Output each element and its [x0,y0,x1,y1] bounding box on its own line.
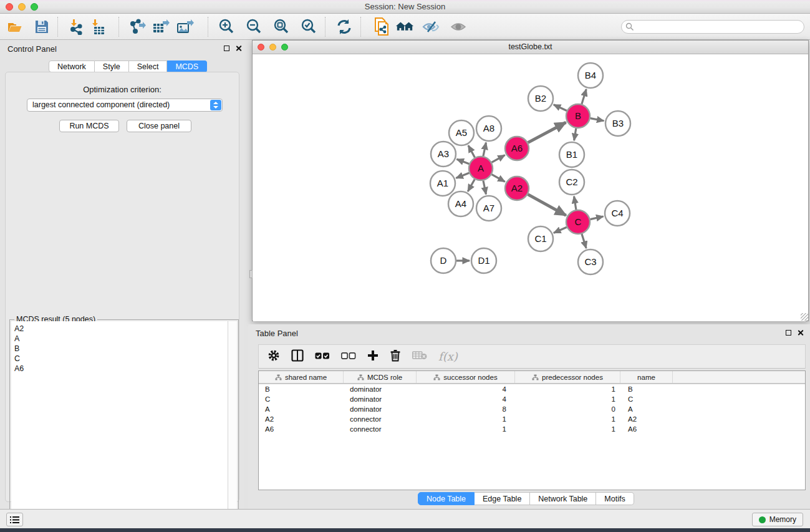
graph-edge-C-C4[interactable] [591,216,604,220]
graph-edge-B-B4[interactable] [582,89,586,104]
table-row[interactable]: Cdominator41C [259,394,805,404]
new-network-from-selection-button[interactable] [373,17,392,36]
graph-edge-A-A8[interactable] [483,143,486,157]
graph-edge-A-A5[interactable] [468,145,475,157]
import-network-button[interactable] [67,17,85,36]
graph-node-A7[interactable]: A7 [476,196,501,221]
close-panel-button[interactable]: Close panel [127,120,191,132]
graph-node-C1[interactable]: C1 [528,226,553,251]
graph-edge-A2-C[interactable] [528,195,566,216]
minimize-network-button[interactable] [269,44,276,51]
export-table-button[interactable] [152,17,170,36]
table-row[interactable]: Adominator80A [259,404,805,414]
result-scrollbar[interactable] [228,321,237,528]
graph-node-A5[interactable]: A5 [449,120,474,145]
graph-edge-A-A4[interactable] [468,179,475,191]
task-history-button[interactable] [6,513,23,526]
mcds-result-item[interactable]: C [14,354,228,364]
zoom-fit-button[interactable] [272,17,291,36]
import-table-button[interactable] [88,17,107,36]
window-resize-grip[interactable] [801,313,808,321]
zoom-selected-button[interactable] [299,17,318,36]
tab-select[interactable]: Select [129,60,168,72]
graph-node-C2[interactable]: C2 [559,170,584,195]
tab-network[interactable]: Network [49,60,95,72]
graph-node-D[interactable]: D [431,248,456,273]
refresh-button[interactable] [335,17,354,36]
maximize-network-button[interactable] [281,44,288,51]
graph-edge-A-A6[interactable] [492,155,505,163]
delete-columns-button[interactable] [390,349,401,364]
graph-node-A1[interactable]: A1 [430,171,455,196]
graph-edge-C-C2[interactable] [574,196,576,210]
graph-node-D1[interactable]: D1 [471,248,496,273]
column-header-shared-name[interactable]: shared name [259,371,344,383]
graph-node-B[interactable]: B [566,104,590,128]
graph-node-A2[interactable]: A2 [505,177,529,200]
graph-node-A8[interactable]: A8 [476,116,501,141]
graph-edge-A-A1[interactable] [456,173,469,178]
graph-edge-B-B1[interactable] [574,128,576,141]
graph-edge-B-B3[interactable] [591,118,604,121]
column-layout-button[interactable] [291,349,304,364]
zoom-window-button[interactable] [31,3,38,11]
graph-node-A6[interactable]: A6 [505,137,529,160]
graph-node-C[interactable]: C [566,210,590,234]
mcds-result-item[interactable]: A6 [14,364,228,374]
zoom-in-button[interactable] [217,17,236,36]
graph-edge-A-A2[interactable] [492,175,505,182]
graph-edge-A6-B[interactable] [528,122,566,142]
close-window-button[interactable] [6,3,13,11]
network-canvas[interactable]: B4B2BB3B1A5A8A6A3AA1A2C2A4A7C4CC1C3DD1 [253,54,806,321]
memory-button[interactable]: Memory [752,513,803,526]
tab-edge-table[interactable]: Edge Table [475,492,530,505]
export-image-button[interactable] [176,17,195,36]
hide-selected-button[interactable] [422,17,440,36]
deselect-all-columns-button[interactable] [341,351,356,362]
graph-node-A[interactable]: A [469,157,493,180]
open-session-button[interactable] [6,17,24,36]
mcds-result-item[interactable]: B [14,344,228,354]
function-builder-button[interactable]: f(x) [438,350,458,363]
show-all-button[interactable] [449,17,468,36]
graph-edge-C-C3[interactable] [582,234,586,248]
network-window-titlebar[interactable]: testGlobe.txt [253,41,808,54]
graph-edge-A-A3[interactable] [456,159,469,164]
save-session-button[interactable] [32,17,51,36]
first-neighbors-button[interactable] [395,17,414,36]
column-header-mcds-role[interactable]: MCDS role [344,371,417,383]
table-row[interactable]: A2connector11A2 [259,414,805,424]
search-input[interactable] [621,20,804,34]
tab-node-table[interactable]: Node Table [418,492,475,505]
tab-motifs[interactable]: Motifs [596,492,634,505]
close-panel-icon[interactable] [235,45,242,52]
graph-node-B1[interactable]: B1 [559,142,584,167]
close-network-button[interactable] [258,44,264,51]
tab-network-table[interactable]: Network Table [530,492,596,505]
run-mcds-button[interactable]: Run MCDS [59,120,119,132]
column-header-successor-nodes[interactable]: successor nodes [417,371,515,383]
delete-table-button[interactable] [412,351,427,362]
window-resize-handle[interactable] [249,270,253,278]
graph-node-A4[interactable]: A4 [448,191,473,216]
table-row[interactable]: A6connector11A6 [259,424,805,434]
mcds-result-item[interactable]: A [14,334,228,344]
graph-edge-C-C1[interactable] [554,227,567,233]
table-row[interactable]: Bdominator41B [259,384,805,394]
graph-node-C3[interactable]: C3 [578,249,603,274]
export-network-button[interactable] [128,17,147,36]
select-all-columns-button[interactable] [315,351,330,362]
graph-node-B2[interactable]: B2 [528,86,553,111]
float-table-panel-icon[interactable] [786,330,791,336]
close-table-panel-icon[interactable] [797,329,804,336]
column-header-predecessor-nodes[interactable]: predecessor nodes [515,371,620,383]
graph-edge-A-A7[interactable] [483,181,486,195]
tab-mcds[interactable]: MCDS [167,60,207,72]
mcds-result-item[interactable]: A2 [14,324,228,334]
graph-node-B4[interactable]: B4 [578,63,603,88]
graph-node-C4[interactable]: C4 [605,201,630,226]
zoom-out-button[interactable] [244,17,263,36]
table-settings-button[interactable] [268,349,280,364]
minimize-window-button[interactable] [18,3,26,11]
create-column-button[interactable] [367,350,378,364]
